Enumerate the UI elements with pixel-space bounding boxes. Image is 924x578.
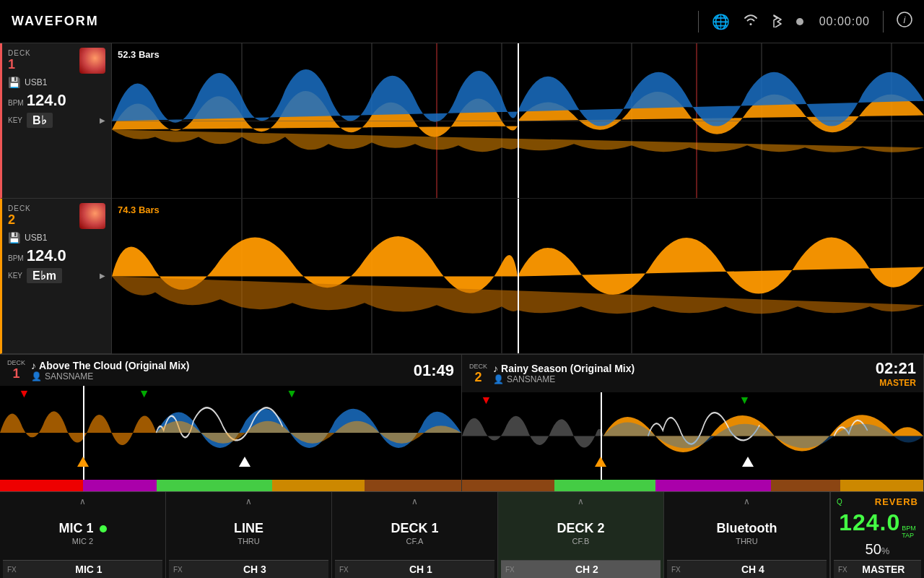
progress-seg-5 bbox=[365, 480, 461, 491]
deck2-label: DECK bbox=[8, 204, 31, 212]
deck1-usb-row: 💾 USB1 bbox=[8, 77, 105, 88]
note-icon-2: ♪ bbox=[493, 363, 498, 374]
player-deck2-label: DECK bbox=[469, 363, 487, 370]
channel-mic[interactable]: ∧ MIC 1 MIC 2 FX MIC 1 bbox=[0, 492, 166, 578]
player-deck2-artist: 👤 SANSNAME bbox=[493, 374, 868, 384]
artist-icon-2: 👤 bbox=[493, 374, 504, 384]
progress2-seg-3 bbox=[655, 480, 771, 491]
progress2-seg-4 bbox=[771, 480, 840, 491]
player-deck2-mini-wf bbox=[462, 392, 923, 480]
deck2-ch-name-group: DECK 2 CF.B bbox=[557, 521, 604, 545]
info-icon[interactable]: i bbox=[897, 12, 912, 31]
mic-fx-label: FX bbox=[7, 566, 17, 574]
deck1-waveform[interactable]: 52.3 Bars bbox=[112, 43, 924, 199]
progress2-seg-5 bbox=[840, 480, 923, 491]
deck1-fx-label: FX bbox=[339, 566, 349, 574]
line-fx-label: FX bbox=[173, 566, 183, 574]
globe-icon[interactable]: 🌐 bbox=[712, 13, 730, 30]
divider-right bbox=[883, 11, 884, 33]
deck1-thumbnail bbox=[79, 48, 105, 74]
deck2-ch-name: DECK 2 bbox=[557, 521, 604, 537]
reverb-title: REVERB bbox=[875, 496, 918, 507]
player-deck1-waveform[interactable]: ▼ ▼ ▼ bbox=[0, 386, 461, 480]
wifi-icon[interactable] bbox=[743, 13, 759, 30]
line-bottom[interactable]: FX CH 3 bbox=[169, 560, 328, 578]
channel-deck2[interactable]: ∧ DECK 2 CF.B FX CH 2 bbox=[498, 492, 664, 578]
top-icons: 🌐 00:00:00 i bbox=[698, 11, 912, 33]
deck2-info: DECK 2 💾 USB1 BPM 124.0 KEY E♭m ▶ bbox=[0, 199, 111, 354]
deck1-ch-name: DECK 1 bbox=[391, 521, 438, 537]
deck2-header: DECK 2 bbox=[8, 203, 105, 229]
deck2-label-group: DECK 2 bbox=[8, 204, 31, 228]
deck2-usb-row: 💾 USB1 bbox=[8, 232, 105, 243]
channel-strips: ∧ MIC 1 MIC 2 FX MIC 1 ∧ LINE THRU FX CH… bbox=[0, 491, 924, 578]
deck2-ch-up-arrow[interactable]: ∧ bbox=[578, 496, 584, 506]
player-deck1: DECK 1 ♪Above The Cloud (Original Mix) 👤… bbox=[0, 355, 462, 491]
deck2-bars-label: 74.3 Bars bbox=[118, 204, 160, 215]
progress2-seg-2 bbox=[554, 480, 656, 491]
time-display: 00:00:00 bbox=[819, 15, 870, 28]
line-ch-label: CH 3 bbox=[186, 564, 324, 575]
player-deck2-title: ♪Rainy Season (Original Mix) bbox=[493, 363, 868, 374]
deck1-key: B♭ bbox=[27, 113, 53, 128]
channel-line[interactable]: ∧ LINE THRU FX CH 3 bbox=[166, 492, 332, 578]
divider-left bbox=[698, 11, 699, 33]
deck2-thumbnail-inner bbox=[79, 203, 105, 229]
channel-bluetooth[interactable]: ∧ Bluetooth THRU FX CH 4 bbox=[664, 492, 830, 578]
deck2-bpm-label: BPM bbox=[8, 254, 24, 262]
mic-up-arrow[interactable]: ∧ bbox=[79, 496, 86, 506]
player-deck2-waveform[interactable]: ▼ ▼ bbox=[462, 392, 923, 480]
app-title: WAVEFORM bbox=[12, 14, 99, 29]
reverb-bottom[interactable]: FX MASTER bbox=[834, 560, 921, 578]
player-deck1-song-info: ♪Above The Cloud (Original Mix) 👤 SANSNA… bbox=[31, 360, 408, 381]
deck2-key-arrow[interactable]: ▶ bbox=[100, 272, 105, 280]
bt-name: Bluetooth bbox=[717, 521, 777, 537]
deck1-ch-up-arrow[interactable]: ∧ bbox=[411, 496, 418, 506]
progress-seg-1 bbox=[0, 480, 83, 491]
deck1-info: DECK 1 💾 USB1 BPM 124.0 KEY B♭ ▶ bbox=[0, 43, 111, 199]
player-deck1-header: DECK 1 ♪Above The Cloud (Original Mix) 👤… bbox=[0, 355, 461, 386]
svg-text:i: i bbox=[904, 14, 907, 25]
deck1-ch-sub: CF.A bbox=[391, 537, 438, 545]
mic-ch-label: MIC 1 bbox=[19, 564, 158, 575]
deck1-bpm: 124.0 bbox=[27, 91, 66, 110]
deck1-key-row: KEY B♭ ▶ bbox=[8, 113, 105, 128]
channel-deck1[interactable]: ∧ DECK 1 CF.A FX CH 1 bbox=[332, 492, 498, 578]
mic1-name: MIC 1 bbox=[58, 521, 93, 537]
deck2-ch-sub: CF.B bbox=[557, 537, 604, 545]
deck1-key-arrow[interactable]: ▶ bbox=[100, 116, 105, 124]
mic-name-group: MIC 1 MIC 2 bbox=[58, 521, 106, 545]
status-dot bbox=[796, 18, 803, 25]
player-deck1-number: 1 bbox=[13, 366, 20, 381]
reverb-tap-label: TAP bbox=[902, 532, 914, 539]
reverb-q: Q bbox=[837, 498, 842, 506]
top-bar: WAVEFORM 🌐 00:00:00 i bbox=[0, 0, 924, 43]
bluetooth-icon[interactable] bbox=[772, 12, 783, 31]
reverb-bpm-label: BPM bbox=[902, 525, 916, 532]
bt-up-arrow[interactable]: ∧ bbox=[744, 496, 750, 506]
deck1-playhead bbox=[518, 43, 519, 198]
deck2-key: E♭m bbox=[27, 268, 62, 283]
bt-name-group: Bluetooth THRU bbox=[717, 521, 777, 545]
deck1-ch-bottom[interactable]: FX CH 1 bbox=[335, 560, 494, 578]
deck2-bpm-row: BPM 124.0 bbox=[8, 246, 105, 265]
waveform-displays: 52.3 Bars bbox=[112, 43, 924, 354]
player-deck2-number: 2 bbox=[475, 370, 482, 385]
deck2-ch-bottom[interactable]: FX CH 2 bbox=[501, 560, 661, 578]
player-deck1-num: DECK 1 bbox=[7, 359, 25, 381]
line-up-arrow[interactable]: ∧ bbox=[245, 496, 252, 506]
note-icon: ♪ bbox=[31, 360, 36, 371]
deck1-label-group: DECK 1 bbox=[8, 49, 31, 72]
player-deck2-song-info: ♪Rainy Season (Original Mix) 👤 SANSNAME bbox=[493, 363, 868, 384]
player-deck1-title: ♪Above The Cloud (Original Mix) bbox=[31, 360, 408, 371]
deck1-ch-label: CH 1 bbox=[352, 564, 490, 575]
deck2-waveform[interactable]: 74.3 Bars bbox=[112, 199, 924, 354]
player-deck1-time: 01:49 bbox=[414, 361, 454, 380]
reverb-fx-label: FX bbox=[838, 566, 847, 574]
player-deck2-progress bbox=[462, 480, 923, 491]
reverb-percent: 50 bbox=[866, 541, 881, 558]
bt-bottom[interactable]: FX CH 4 bbox=[667, 560, 827, 578]
mic-bottom[interactable]: FX MIC 1 bbox=[3, 560, 162, 578]
deck-players: DECK 1 ♪Above The Cloud (Original Mix) 👤… bbox=[0, 354, 924, 491]
reverb-bpm-group: 124.0 BPM TAP bbox=[839, 509, 916, 539]
